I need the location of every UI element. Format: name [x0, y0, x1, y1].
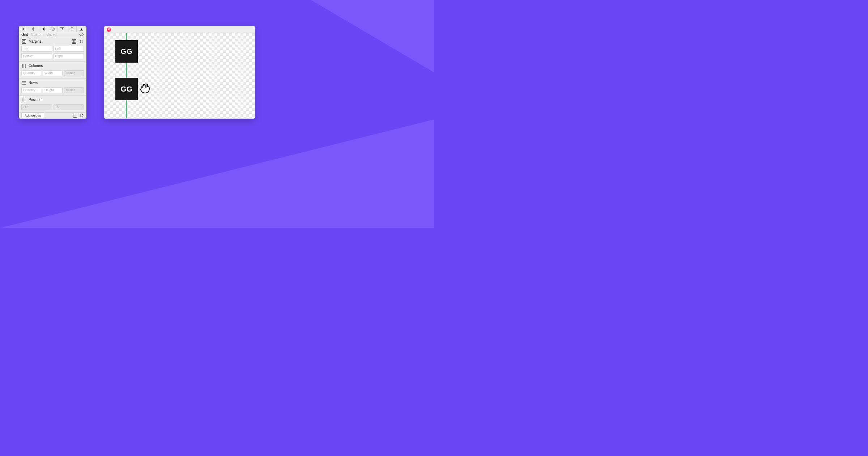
new-guide-bottom-button[interactable] — [77, 26, 86, 32]
window-titlebar: ✕ — [105, 26, 255, 33]
rows-gutter-input: Gutter — [64, 87, 84, 93]
position-top-select[interactable]: Top — [54, 104, 84, 110]
section-margins: Margins — [19, 37, 86, 62]
tab-grid[interactable]: Grid — [21, 33, 28, 37]
rows-height-input[interactable] — [43, 87, 63, 93]
columns-gutter-input: Gutter — [64, 70, 84, 76]
position-left-select[interactable]: Left — [21, 104, 52, 110]
rows-quantity-input[interactable] — [21, 87, 41, 93]
guide-panel: Grid Custom Saved Margins — [19, 26, 86, 119]
margin-top-input[interactable] — [21, 46, 52, 52]
margins-icon — [21, 39, 26, 44]
clear-guides-button[interactable] — [48, 26, 58, 32]
new-guide-left-button[interactable] — [19, 26, 29, 32]
margins-title: Margins — [29, 39, 42, 43]
eye-icon — [79, 33, 84, 36]
canvas-window: ✕ GG GG — [104, 26, 255, 119]
margin-right-input[interactable] — [54, 53, 84, 59]
canvas-object-1[interactable]: GG — [115, 40, 138, 63]
tab-saved[interactable]: Saved — [46, 33, 56, 37]
window-close-button[interactable]: ✕ — [107, 28, 111, 32]
new-guide-top-button[interactable] — [58, 26, 67, 32]
svg-rect-2 — [22, 39, 26, 43]
tab-custom[interactable]: Custom — [31, 33, 43, 37]
position-title: Position — [29, 98, 42, 102]
section-columns: Columns Gutter — [19, 62, 86, 79]
svg-rect-6 — [22, 98, 24, 102]
columns-icon — [21, 64, 26, 68]
svg-rect-4 — [72, 39, 76, 43]
add-guides-button[interactable]: Add guides — [21, 113, 44, 118]
section-position: Position Left Top — [19, 96, 86, 112]
rows-title: Rows — [29, 81, 38, 85]
panel-footer: Add guides — [19, 112, 86, 118]
reset-button[interactable] — [80, 113, 84, 118]
panel-tabs: Grid Custom Saved — [19, 32, 86, 37]
canvas-object-2-label: GG — [120, 85, 132, 93]
canvas-area[interactable]: GG GG — [105, 33, 255, 118]
rows-icon — [21, 81, 26, 85]
margins-grid-icon[interactable] — [72, 39, 77, 44]
margin-left-input[interactable] — [54, 46, 84, 52]
import-preset-button[interactable] — [73, 113, 77, 118]
columns-quantity-input[interactable] — [21, 70, 41, 76]
toggle-visibility-button[interactable] — [79, 33, 84, 36]
grab-cursor-icon — [139, 83, 151, 94]
svg-point-1 — [81, 34, 82, 35]
position-icon — [21, 98, 26, 102]
new-guide-hcenter-button[interactable] — [67, 26, 77, 32]
bg-decor-bottom — [0, 119, 434, 228]
canvas-object-1-label: GG — [120, 47, 132, 56]
columns-title: Columns — [29, 64, 43, 68]
bg-decor-top — [311, 0, 434, 72]
link-margins-button[interactable] — [79, 40, 84, 43]
margin-bottom-input[interactable] — [21, 53, 52, 59]
section-rows: Rows Gutter — [19, 79, 86, 96]
close-icon: ✕ — [107, 28, 110, 31]
new-guide-vcenter-button[interactable] — [29, 26, 39, 32]
svg-rect-3 — [23, 41, 25, 43]
guide-toolbar — [19, 26, 86, 32]
columns-width-input[interactable] — [43, 70, 63, 76]
canvas-object-2[interactable]: GG — [115, 78, 138, 100]
new-guide-right-button[interactable] — [38, 26, 48, 32]
